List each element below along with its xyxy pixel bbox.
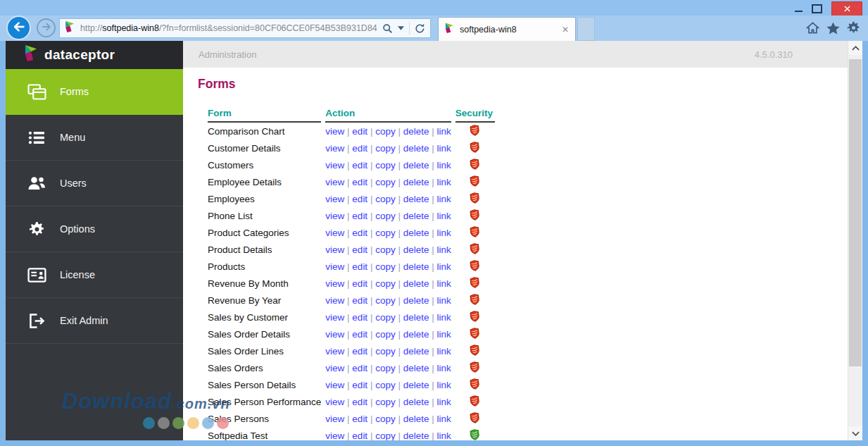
view-link[interactable]: view (325, 177, 344, 187)
security-shield-red-icon[interactable] (470, 395, 480, 409)
link-link[interactable]: link (437, 177, 451, 187)
settings-gear-icon[interactable] (847, 21, 860, 35)
link-link[interactable]: link (437, 295, 451, 306)
delete-link[interactable]: delete (403, 397, 429, 407)
edit-link[interactable]: edit (352, 414, 367, 424)
copy-link[interactable]: copy (375, 363, 396, 373)
scroll-up-button[interactable] (848, 41, 862, 55)
edit-link[interactable]: edit (352, 312, 367, 323)
edit-link[interactable]: edit (352, 244, 367, 255)
security-shield-red-icon[interactable] (470, 124, 480, 138)
vertical-scrollbar[interactable] (848, 41, 862, 440)
security-shield-red-icon[interactable] (470, 141, 480, 155)
sidebar-item-users[interactable]: Users (6, 161, 183, 206)
edit-link[interactable]: edit (352, 278, 367, 289)
edit-link[interactable]: edit (352, 143, 367, 154)
view-link[interactable]: view (325, 126, 344, 137)
delete-link[interactable]: delete (403, 194, 429, 204)
copy-link[interactable]: copy (375, 211, 396, 221)
security-shield-red-icon[interactable] (470, 293, 480, 307)
caret-down-icon[interactable] (398, 26, 404, 30)
copy-link[interactable]: copy (375, 295, 396, 306)
view-link[interactable]: view (325, 278, 344, 289)
security-shield-red-icon[interactable] (470, 361, 480, 375)
view-link[interactable]: view (325, 143, 344, 154)
copy-link[interactable]: copy (375, 143, 396, 154)
edit-link[interactable]: edit (352, 160, 367, 171)
view-link[interactable]: view (325, 397, 344, 407)
delete-link[interactable]: delete (403, 380, 429, 390)
view-link[interactable]: view (325, 329, 344, 340)
copy-link[interactable]: copy (375, 126, 396, 137)
link-link[interactable]: link (437, 194, 451, 204)
edit-link[interactable]: edit (352, 295, 367, 306)
delete-link[interactable]: delete (403, 295, 429, 306)
delete-link[interactable]: delete (403, 278, 429, 289)
view-link[interactable]: view (325, 211, 344, 221)
minimize-button[interactable] (795, 5, 803, 12)
link-link[interactable]: link (437, 363, 451, 373)
copy-link[interactable]: copy (375, 312, 396, 323)
link-link[interactable]: link (437, 160, 451, 171)
delete-link[interactable]: delete (403, 143, 429, 154)
link-link[interactable]: link (437, 329, 451, 340)
view-link[interactable]: view (325, 380, 344, 390)
view-link[interactable]: view (325, 160, 344, 171)
edit-link[interactable]: edit (352, 329, 367, 340)
edit-link[interactable]: edit (352, 363, 367, 373)
security-shield-red-icon[interactable] (470, 242, 480, 256)
link-link[interactable]: link (437, 126, 451, 137)
link-link[interactable]: link (437, 278, 451, 289)
link-link[interactable]: link (437, 380, 451, 390)
link-link[interactable]: link (437, 211, 451, 221)
address-bar[interactable]: http://softpedia-win8/?fn=formlist&sessi… (59, 18, 431, 38)
view-link[interactable]: view (325, 261, 344, 272)
copy-link[interactable]: copy (375, 397, 396, 407)
new-tab-button[interactable] (577, 17, 595, 41)
copy-link[interactable]: copy (375, 177, 396, 187)
forward-button[interactable] (37, 18, 56, 37)
maximize-button[interactable] (812, 4, 822, 13)
link-link[interactable]: link (437, 143, 451, 154)
view-link[interactable]: view (325, 295, 344, 306)
browser-tab[interactable]: softpedia-win8 ✕ (438, 17, 576, 41)
security-shield-red-icon[interactable] (470, 344, 480, 358)
view-link[interactable]: view (325, 228, 344, 238)
edit-link[interactable]: edit (352, 430, 367, 441)
favorites-star-icon[interactable] (826, 22, 840, 35)
link-link[interactable]: link (437, 244, 451, 255)
view-link[interactable]: view (325, 414, 344, 424)
delete-link[interactable]: delete (403, 346, 429, 357)
delete-link[interactable]: delete (403, 312, 429, 323)
security-shield-red-icon[interactable] (470, 378, 480, 392)
scrollbar-thumb[interactable] (849, 59, 862, 366)
edit-link[interactable]: edit (352, 261, 367, 272)
delete-link[interactable]: delete (403, 211, 429, 221)
sidebar-item-forms[interactable]: Forms (6, 69, 183, 115)
copy-link[interactable]: copy (375, 329, 396, 340)
link-link[interactable]: link (437, 228, 451, 238)
link-link[interactable]: link (437, 414, 451, 424)
delete-link[interactable]: delete (403, 228, 429, 238)
copy-link[interactable]: copy (375, 228, 396, 238)
delete-link[interactable]: delete (403, 414, 429, 424)
security-shield-red-icon[interactable] (470, 158, 480, 172)
security-shield-red-icon[interactable] (470, 225, 480, 240)
home-icon[interactable] (806, 22, 819, 34)
close-button[interactable] (831, 1, 862, 16)
security-shield-red-icon[interactable] (470, 175, 480, 189)
copy-link[interactable]: copy (375, 278, 396, 289)
delete-link[interactable]: delete (403, 261, 429, 272)
delete-link[interactable]: delete (403, 177, 429, 187)
security-shield-red-icon[interactable] (470, 209, 480, 223)
view-link[interactable]: view (325, 363, 344, 373)
copy-link[interactable]: copy (375, 380, 396, 390)
refresh-icon[interactable] (415, 23, 425, 34)
copy-link[interactable]: copy (375, 261, 396, 272)
tab-close-icon[interactable]: ✕ (562, 25, 569, 35)
sidebar-item-exit-admin[interactable]: Exit Admin (6, 298, 183, 344)
security-shield-red-icon[interactable] (470, 276, 480, 290)
scroll-down-button[interactable] (848, 426, 862, 440)
edit-link[interactable]: edit (352, 397, 367, 407)
sidebar-item-license[interactable]: License (6, 252, 183, 298)
